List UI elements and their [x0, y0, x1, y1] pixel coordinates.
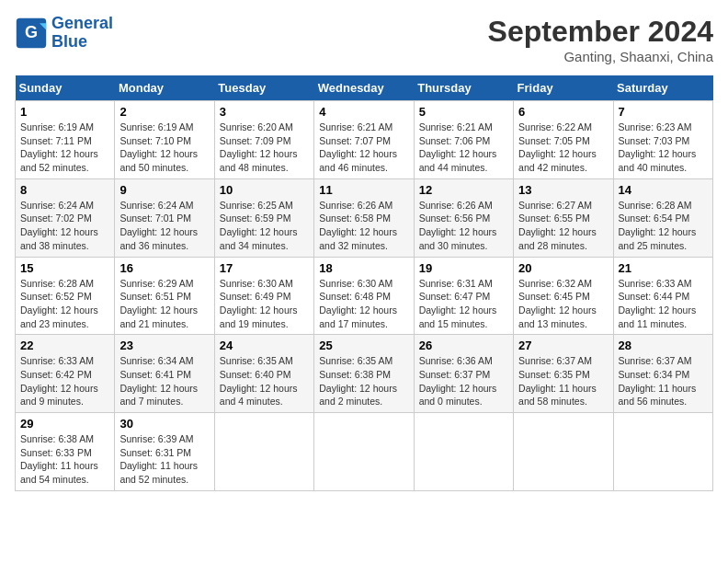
day-number: 15 — [20, 261, 109, 275]
day-number: 11 — [319, 183, 408, 197]
day-info: Sunrise: 6:35 AM Sunset: 6:40 PM Dayligh… — [220, 354, 309, 408]
day-info: Sunrise: 6:26 AM Sunset: 6:56 PM Dayligh… — [419, 199, 508, 253]
calendar-cell: 26Sunrise: 6:36 AM Sunset: 6:37 PM Dayli… — [414, 335, 513, 413]
day-number: 4 — [319, 105, 408, 119]
calendar-header-row: SundayMondayTuesdayWednesdayThursdayFrid… — [16, 75, 713, 101]
day-info: Sunrise: 6:36 AM Sunset: 6:37 PM Dayligh… — [419, 354, 508, 408]
header-thursday: Thursday — [414, 75, 513, 101]
calendar-row-2: 15Sunrise: 6:28 AM Sunset: 6:52 PM Dayli… — [16, 257, 713, 335]
day-info: Sunrise: 6:26 AM Sunset: 6:58 PM Dayligh… — [319, 199, 408, 253]
svg-text:G: G — [25, 23, 38, 41]
calendar-cell: 12Sunrise: 6:26 AM Sunset: 6:56 PM Dayli… — [414, 178, 513, 257]
day-number: 25 — [319, 339, 408, 352]
day-number: 18 — [319, 261, 408, 275]
calendar-cell: 24Sunrise: 6:35 AM Sunset: 6:40 PM Dayli… — [214, 335, 313, 413]
day-info: Sunrise: 6:22 AM Sunset: 7:05 PM Dayligh… — [518, 121, 608, 175]
day-info: Sunrise: 6:23 AM Sunset: 7:03 PM Dayligh… — [619, 121, 708, 175]
day-number: 19 — [419, 261, 508, 275]
calendar-cell: 11Sunrise: 6:26 AM Sunset: 6:58 PM Dayli… — [314, 178, 414, 257]
day-number: 22 — [20, 339, 109, 352]
day-number: 29 — [20, 417, 109, 431]
day-number: 26 — [419, 339, 508, 352]
day-number: 3 — [220, 105, 309, 119]
day-info: Sunrise: 6:30 AM Sunset: 6:48 PM Dayligh… — [319, 277, 408, 331]
day-info: Sunrise: 6:19 AM Sunset: 7:11 PM Dayligh… — [20, 121, 109, 175]
calendar-row-3: 22Sunrise: 6:33 AM Sunset: 6:42 PM Dayli… — [16, 335, 713, 413]
day-number: 23 — [119, 339, 209, 352]
calendar-cell: 5Sunrise: 6:21 AM Sunset: 7:06 PM Daylig… — [414, 101, 513, 179]
day-number: 2 — [119, 105, 209, 119]
day-info: Sunrise: 6:33 AM Sunset: 6:44 PM Dayligh… — [619, 277, 708, 331]
calendar-cell: 6Sunrise: 6:22 AM Sunset: 7:05 PM Daylig… — [514, 101, 613, 179]
page-header: G General Blue September 2024 Ganting, S… — [15, 15, 713, 64]
calendar-cell: 22Sunrise: 6:33 AM Sunset: 6:42 PM Dayli… — [16, 335, 115, 413]
day-info: Sunrise: 6:25 AM Sunset: 6:59 PM Dayligh… — [220, 199, 309, 253]
calendar-cell: 9Sunrise: 6:24 AM Sunset: 7:01 PM Daylig… — [115, 178, 214, 257]
day-number: 14 — [619, 183, 708, 197]
calendar-cell: 1Sunrise: 6:19 AM Sunset: 7:11 PM Daylig… — [16, 101, 115, 179]
day-info: Sunrise: 6:33 AM Sunset: 6:42 PM Dayligh… — [20, 354, 109, 408]
day-info: Sunrise: 6:37 AM Sunset: 6:35 PM Dayligh… — [518, 354, 608, 408]
day-number: 6 — [518, 105, 608, 119]
day-info: Sunrise: 6:20 AM Sunset: 7:09 PM Dayligh… — [220, 121, 309, 175]
calendar-row-4: 29Sunrise: 6:38 AM Sunset: 6:33 PM Dayli… — [16, 413, 713, 491]
day-number: 21 — [619, 261, 708, 275]
calendar-cell: 17Sunrise: 6:30 AM Sunset: 6:49 PM Dayli… — [214, 257, 313, 335]
logo: G General Blue — [15, 15, 113, 52]
calendar-cell: 10Sunrise: 6:25 AM Sunset: 6:59 PM Dayli… — [214, 178, 313, 257]
logo-text: General Blue — [51, 15, 113, 52]
day-number: 12 — [419, 183, 508, 197]
calendar-row-0: 1Sunrise: 6:19 AM Sunset: 7:11 PM Daylig… — [16, 101, 713, 179]
day-number: 20 — [518, 261, 608, 275]
day-info: Sunrise: 6:30 AM Sunset: 6:49 PM Dayligh… — [220, 277, 309, 331]
day-number: 17 — [220, 261, 309, 275]
day-info: Sunrise: 6:28 AM Sunset: 6:54 PM Dayligh… — [619, 199, 708, 253]
day-number: 16 — [119, 261, 209, 275]
day-info: Sunrise: 6:29 AM Sunset: 6:51 PM Dayligh… — [119, 277, 209, 331]
calendar-cell — [514, 413, 613, 491]
calendar-cell: 15Sunrise: 6:28 AM Sunset: 6:52 PM Dayli… — [16, 257, 115, 335]
header-saturday: Saturday — [613, 75, 712, 101]
day-info: Sunrise: 6:24 AM Sunset: 7:02 PM Dayligh… — [20, 199, 109, 253]
day-info: Sunrise: 6:27 AM Sunset: 6:55 PM Dayligh… — [518, 199, 608, 253]
calendar-cell — [414, 413, 513, 491]
calendar-cell: 20Sunrise: 6:32 AM Sunset: 6:45 PM Dayli… — [514, 257, 613, 335]
calendar-table: SundayMondayTuesdayWednesdayThursdayFrid… — [15, 75, 713, 491]
header-wednesday: Wednesday — [314, 75, 414, 101]
calendar-cell: 21Sunrise: 6:33 AM Sunset: 6:44 PM Dayli… — [613, 257, 712, 335]
header-monday: Monday — [115, 75, 214, 101]
calendar-cell: 29Sunrise: 6:38 AM Sunset: 6:33 PM Dayli… — [16, 413, 115, 491]
calendar-cell: 7Sunrise: 6:23 AM Sunset: 7:03 PM Daylig… — [613, 101, 712, 179]
day-info: Sunrise: 6:31 AM Sunset: 6:47 PM Dayligh… — [419, 277, 508, 331]
day-info: Sunrise: 6:35 AM Sunset: 6:38 PM Dayligh… — [319, 354, 408, 408]
day-info: Sunrise: 6:39 AM Sunset: 6:31 PM Dayligh… — [119, 432, 209, 487]
calendar-cell: 3Sunrise: 6:20 AM Sunset: 7:09 PM Daylig… — [214, 101, 313, 179]
day-number: 24 — [220, 339, 309, 352]
calendar-cell: 8Sunrise: 6:24 AM Sunset: 7:02 PM Daylig… — [16, 178, 115, 257]
title-block: September 2024 Ganting, Shaanxi, China — [488, 15, 713, 64]
day-info: Sunrise: 6:19 AM Sunset: 7:10 PM Dayligh… — [119, 121, 209, 175]
calendar-cell: 13Sunrise: 6:27 AM Sunset: 6:55 PM Dayli… — [514, 178, 613, 257]
day-info: Sunrise: 6:32 AM Sunset: 6:45 PM Dayligh… — [518, 277, 608, 331]
calendar-cell: 16Sunrise: 6:29 AM Sunset: 6:51 PM Dayli… — [115, 257, 214, 335]
day-number: 5 — [419, 105, 508, 119]
day-number: 10 — [220, 183, 309, 197]
header-sunday: Sunday — [16, 75, 115, 101]
day-number: 7 — [619, 105, 708, 119]
day-number: 9 — [119, 183, 209, 197]
calendar-cell: 25Sunrise: 6:35 AM Sunset: 6:38 PM Dayli… — [314, 335, 414, 413]
logo-blue: Blue — [51, 32, 87, 51]
day-number: 28 — [619, 339, 708, 352]
month-title: September 2024 — [488, 15, 713, 49]
day-info: Sunrise: 6:37 AM Sunset: 6:34 PM Dayligh… — [619, 354, 708, 408]
day-number: 30 — [119, 417, 209, 431]
header-tuesday: Tuesday — [214, 75, 313, 101]
day-info: Sunrise: 6:38 AM Sunset: 6:33 PM Dayligh… — [20, 432, 109, 487]
calendar-cell: 2Sunrise: 6:19 AM Sunset: 7:10 PM Daylig… — [115, 101, 214, 179]
location: Ganting, Shaanxi, China — [488, 49, 713, 64]
calendar-cell — [314, 413, 414, 491]
day-info: Sunrise: 6:24 AM Sunset: 7:01 PM Dayligh… — [119, 199, 209, 253]
calendar-cell — [613, 413, 712, 491]
logo-general: General — [51, 14, 113, 32]
calendar-cell: 19Sunrise: 6:31 AM Sunset: 6:47 PM Dayli… — [414, 257, 513, 335]
